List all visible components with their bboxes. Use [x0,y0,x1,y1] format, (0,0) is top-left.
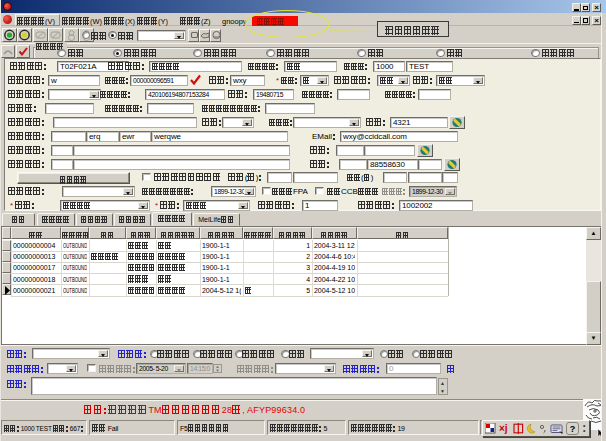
svg-text:×j: ×j [499,423,508,434]
